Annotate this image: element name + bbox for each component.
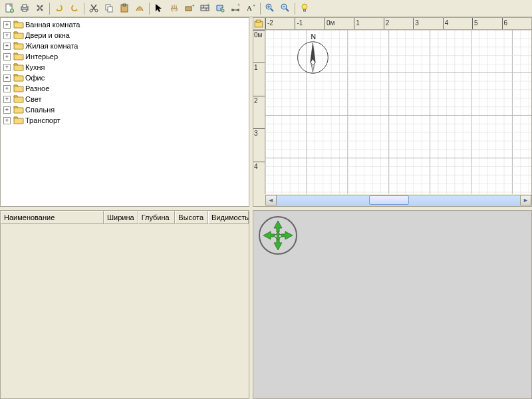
canvas-hscrollbar[interactable]: ◄ ►: [265, 194, 531, 206]
preferences-button[interactable]: [33, 1, 47, 16]
tree-item[interactable]: +Ванная комната: [2, 19, 247, 30]
copy-button[interactable]: [102, 1, 116, 16]
scroll-right-button[interactable]: ►: [520, 195, 531, 205]
ruler-tick: 2: [384, 18, 413, 29]
nav-up-icon[interactable]: [274, 221, 282, 232]
tree-item[interactable]: +Транспорт: [2, 115, 247, 126]
expand-icon[interactable]: +: [3, 53, 11, 61]
properties-body[interactable]: [1, 224, 249, 398]
print-icon: [19, 3, 30, 15]
wall-button[interactable]: +: [198, 1, 212, 16]
expand-icon[interactable]: +: [3, 96, 11, 103]
ruler-horizontal: -2-10м123456: [265, 18, 531, 30]
scroll-track[interactable]: [277, 195, 520, 205]
column-header[interactable]: Глубина: [138, 211, 176, 224]
dimension-icon: +: [230, 3, 241, 15]
nav-left-icon[interactable]: [263, 231, 275, 239]
cut-button[interactable]: [86, 1, 101, 16]
add-furniture-icon: +: [184, 3, 195, 15]
svg-marker-14: [156, 4, 162, 12]
tree-item[interactable]: +Спальня: [2, 104, 247, 115]
svg-text:+: +: [207, 3, 209, 7]
tree-item-label: Офис: [25, 74, 45, 82]
tree-item[interactable]: +Интерьер: [2, 51, 247, 62]
shape-button[interactable]: [132, 1, 147, 16]
svg-rect-13: [123, 4, 126, 6]
paste-icon: [119, 3, 130, 15]
expand-icon[interactable]: +: [3, 21, 11, 29]
folder-icon: [13, 51, 24, 62]
folder-icon: [13, 115, 24, 126]
expand-icon[interactable]: +: [3, 85, 11, 92]
zoom-out-icon: [280, 3, 291, 15]
expand-icon[interactable]: +: [3, 64, 11, 71]
tree-item-label: Спальня: [25, 106, 55, 114]
svg-marker-7: [75, 9, 78, 11]
tree-item-label: Транспорт: [25, 116, 61, 124]
svg-rect-3: [23, 5, 27, 7]
tree-item[interactable]: +Двери и окна: [2, 30, 247, 41]
new-plan-button[interactable]: [2, 1, 17, 16]
nav-right-icon[interactable]: [281, 231, 293, 239]
paste-button[interactable]: [117, 1, 132, 16]
svg-point-9: [95, 9, 98, 12]
folder-icon: [13, 94, 24, 104]
folder-icon: [13, 62, 24, 72]
pan-icon: [169, 3, 180, 15]
room-button[interactable]: [213, 1, 227, 16]
ruler-vertical: 0м1234: [253, 30, 265, 194]
expand-icon[interactable]: +: [3, 74, 11, 82]
nav-center-icon[interactable]: [275, 232, 281, 240]
tree-item[interactable]: +Свет: [2, 94, 247, 104]
redo-button[interactable]: [67, 1, 82, 16]
zoom-out-button[interactable]: [278, 1, 293, 16]
folder-icon: [13, 72, 24, 83]
svg-marker-6: [56, 9, 59, 11]
main-toolbar: +++A+: [0, 0, 532, 17]
text-button[interactable]: A+: [243, 1, 258, 16]
expand-icon[interactable]: +: [3, 32, 11, 39]
column-header[interactable]: Высота: [175, 211, 208, 224]
scroll-left-button[interactable]: ◄: [265, 195, 277, 205]
preferences-icon: [35, 3, 45, 15]
tip-button[interactable]: [297, 1, 312, 16]
properties-header: НаименованиеШиринаГлубинаВысотаВидимость: [1, 211, 249, 224]
toolbar-separator: [295, 3, 295, 15]
select-button[interactable]: [152, 1, 166, 16]
nav-control[interactable]: [259, 216, 297, 255]
scroll-thumb[interactable]: [369, 196, 409, 205]
tree-item[interactable]: +Жилая комната: [2, 41, 247, 51]
ruler-tick: 0м: [325, 18, 354, 29]
tree-item-label: Кухня: [25, 63, 45, 71]
undo-button[interactable]: [52, 1, 66, 16]
ruler-tick: -1: [295, 18, 324, 29]
ruler-tick: 6: [502, 18, 531, 29]
column-header[interactable]: Видимость: [208, 211, 249, 224]
tree-item-label: Интерьер: [25, 53, 58, 61]
zoom-in-button[interactable]: [263, 1, 277, 16]
furniture-tree[interactable]: +Ванная комната+Двери и окна+Жилая комна…: [1, 18, 249, 206]
svg-text:+: +: [192, 3, 195, 9]
ruler-tick: 5: [472, 18, 501, 29]
new-plan-icon: [4, 3, 15, 15]
view3d-panel[interactable]: [253, 210, 532, 399]
tree-item[interactable]: +Кухня: [2, 62, 247, 72]
undo-icon: [54, 3, 65, 15]
ruler-tick: 3: [413, 18, 442, 29]
svg-text:+: +: [237, 3, 240, 7]
print-button[interactable]: [17, 1, 32, 16]
plan-canvas[interactable]: N: [265, 30, 531, 194]
expand-icon[interactable]: +: [3, 43, 11, 50]
expand-icon[interactable]: +: [3, 117, 11, 124]
column-header[interactable]: Ширина: [104, 211, 138, 224]
pan-button[interactable]: [167, 1, 182, 16]
expand-icon[interactable]: +: [3, 106, 11, 114]
add-furniture-button[interactable]: +: [182, 1, 197, 16]
tree-item[interactable]: +Разное: [2, 83, 247, 94]
tree-item[interactable]: +Офис: [2, 72, 247, 83]
column-header[interactable]: Наименование: [1, 211, 104, 224]
svg-rect-4: [23, 9, 27, 11]
copy-icon: [104, 3, 114, 15]
dimension-button[interactable]: +: [228, 1, 243, 16]
redo-icon: [69, 3, 80, 15]
